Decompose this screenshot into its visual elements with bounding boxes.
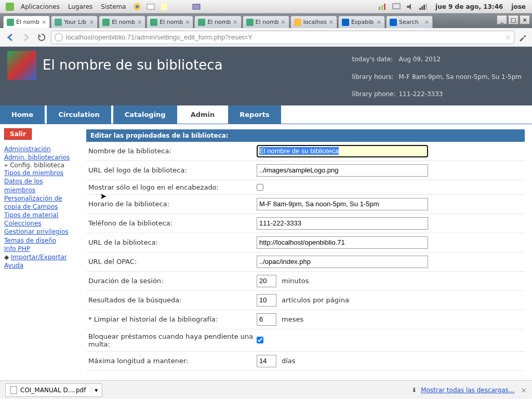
phone-input[interactable] [257,217,428,230]
svg-rect-8 [384,4,385,10]
logo-input[interactable] [257,164,428,177]
tab-1[interactable]: Your Lib× [51,16,98,28]
sidebar-link-importar[interactable]: Importar/Exportar [11,254,67,261]
svg-rect-4 [161,3,167,10]
hours-value: M-F 8am-9pm, Sa noon-5pm, Su 1-5pm [398,69,522,86]
show-all-downloads-link[interactable]: Mostrar todas las descargas... [421,387,514,394]
sidebar-link-temas[interactable]: Temas de diseño [4,236,75,245]
chrome-launcher-icon[interactable] [132,2,142,11]
favicon-icon [102,19,110,26]
menu-system[interactable]: Sistema [97,3,130,10]
tab-close-icon[interactable]: × [42,19,46,25]
sidebar-link-infophp[interactable]: Info PHP [4,245,75,253]
wrench-menu-icon[interactable] [517,32,528,43]
clear-input[interactable] [257,313,276,326]
tab-reports[interactable]: Reports [227,105,282,124]
menu-applications[interactable]: Aplicaciones [17,3,64,10]
tab-close-icon[interactable]: × [185,19,190,25]
url-input[interactable] [66,33,502,41]
opac-label: URL del OPAC: [88,258,257,265]
svg-rect-9 [393,4,400,9]
tab-close-icon[interactable]: × [281,19,285,25]
sidebar-link-colecciones[interactable]: Colecciones [4,219,75,228]
tab-close-icon[interactable]: × [233,19,237,25]
tab-cataloging[interactable]: Cataloging [112,105,178,124]
phone-value: 111-222-3333 [398,86,443,103]
block-checkbox[interactable] [257,337,263,343]
monitor-icon[interactable] [392,2,401,11]
sidebar-link-datosmiembros[interactable]: Datos de los miembros [4,177,75,194]
tab-6[interactable]: localhos× [290,16,337,28]
tab-close-icon[interactable]: × [377,19,381,25]
reload-button[interactable] [35,31,48,44]
tab-circulation[interactable]: Circulation [46,105,112,124]
hours-label: library hours: [352,69,398,86]
svg-marker-10 [407,4,411,10]
url-input-field[interactable] [257,236,428,249]
download-item[interactable]: COI_MANUAL D....pdf ▾ [5,383,102,397]
bookmark-star-icon[interactable]: ☆ [505,34,511,41]
tab-5[interactable]: El nomb× [243,16,289,28]
maxlen-input[interactable] [257,355,276,367]
sidebar-link-tiposmaterial[interactable]: Tipos de material [4,211,75,219]
session-input[interactable] [257,275,276,287]
sidebar-link-personalizacion[interactable]: Personalización de copia de Campos [4,194,75,211]
user-menu[interactable]: jose [508,3,529,10]
back-button[interactable] [4,31,17,44]
notes-icon[interactable] [159,2,169,11]
header-info: today's date:Aug 09, 2012 library hours:… [352,51,525,103]
logout-button[interactable]: Salir [4,128,32,140]
opac-input[interactable] [257,256,428,268]
favicon-icon [390,19,397,26]
date-value: Aug 09, 2012 [398,51,441,69]
tab-close-icon[interactable]: × [89,19,94,25]
date-label: today's date: [352,51,398,69]
menu-places[interactable]: Lugares [64,3,97,10]
tab-4[interactable]: El nomb× [194,16,241,28]
tab-0[interactable]: El nomb× [3,16,50,28]
results-input[interactable] [257,294,276,307]
network-icon[interactable] [419,2,428,11]
tab-admin[interactable]: Admin [178,105,228,124]
tab-label: localhos [303,19,327,25]
minimize-button[interactable]: _ [497,15,507,24]
close-window-button[interactable]: × [520,15,530,24]
sidebar-link-gestionar[interactable]: Gestionar privilegios [4,228,75,236]
svg-point-2 [136,5,139,8]
sidebar-link-adminbib[interactable]: Admin. bibliotecarios [4,153,75,162]
tab-close-icon[interactable]: × [329,19,334,25]
tab-strip: El nomb× Your Lib× El nomb× El nomb× El … [0,14,532,28]
block-label: Bloquear préstamos cuando haya pendiente… [88,332,257,348]
forward-button[interactable] [20,31,32,44]
speaker-icon[interactable] [405,2,415,11]
tab-2[interactable]: El nomb× [99,16,145,28]
sidebar-link-administracion[interactable]: Administración [4,145,75,153]
name-input[interactable] [257,145,428,157]
tab-close-icon[interactable]: × [424,19,429,25]
close-download-bar-icon[interactable]: × [521,386,527,394]
sidebar-link-tiposmiembros[interactable]: Tipos de miembros [4,169,75,177]
showlogo-checkbox[interactable] [257,184,263,191]
tab-8[interactable]: Search× [386,16,433,28]
page-content: El nombre de su biblioteca today's date:… [0,47,532,380]
tab-7[interactable]: Espabib× [338,16,385,28]
browser-window: El nomb× Your Lib× El nomb× El nomb× El … [0,14,532,399]
download-filename: COI_MANUAL D....pdf [20,387,86,394]
tab-close-icon[interactable]: × [137,19,142,25]
logo-label: URL del logo de la biblioteca: [88,166,257,174]
sidebar: Salir Administración Admin. bibliotecari… [0,124,79,376]
indicator-icon[interactable] [378,2,388,11]
tab-3[interactable]: El nomb× [147,16,193,28]
hours-input[interactable] [257,198,428,210]
phone-form-label: Teléfono de la biblioteca: [88,219,257,227]
window-controls: _ □ × [496,15,530,24]
clock[interactable]: jue 9 de ago, 13:46 [430,3,508,10]
mail-icon[interactable] [146,2,155,11]
maximize-button[interactable]: □ [508,15,518,24]
svg-rect-6 [379,7,380,10]
download-dropdown-icon[interactable]: ▾ [91,387,98,394]
url-bar[interactable]: ☆ [51,31,514,44]
tab-home[interactable]: Home [0,105,46,124]
window-list-icon[interactable] [192,2,201,11]
sidebar-link-ayuda[interactable]: Ayuda [4,261,75,270]
